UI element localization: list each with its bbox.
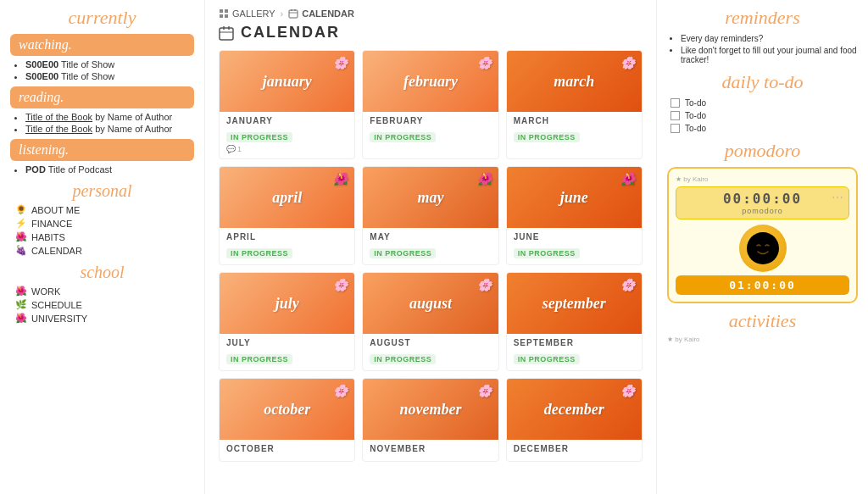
breadcrumb-separator: › bbox=[281, 8, 284, 19]
calendar-breadcrumb[interactable]: CALENDAR bbox=[288, 8, 354, 19]
status-badge: IN PROGRESS bbox=[514, 248, 580, 258]
personal-title: personal bbox=[10, 181, 194, 201]
flower-emoji: 🌺 bbox=[333, 172, 348, 186]
calendar-grid: 🌸 january JANUARY IN PROGRESS 💬1 🌸 febru… bbox=[205, 50, 656, 475]
todo-checkbox[interactable] bbox=[670, 111, 680, 120]
calendar-card-oct[interactable]: 🌸 october OCTOBER bbox=[219, 378, 355, 462]
list-item: S00E00 Title of Show bbox=[25, 59, 194, 69]
list-item[interactable]: 🌺HABITS bbox=[15, 231, 194, 242]
calendar-card-jul[interactable]: 🌸 july JULY IN PROGRESS bbox=[219, 272, 355, 371]
todo-checkbox[interactable] bbox=[670, 98, 680, 108]
month-label: NOVEMBER bbox=[370, 444, 491, 453]
activities-title: activities bbox=[667, 310, 858, 332]
reading-label[interactable]: reading. bbox=[10, 86, 194, 108]
sidebar: currently watching. S00E00 Title of Show… bbox=[0, 0, 205, 494]
flower-emoji: 🌸 bbox=[333, 56, 348, 70]
calendar-card-sep[interactable]: 🌸 september SEPTEMBER IN PROGRESS bbox=[506, 272, 643, 371]
svg-rect-8 bbox=[220, 28, 233, 40]
status-badge: IN PROGRESS bbox=[370, 248, 436, 258]
pomodoro-bottom-time: 01:00:00 bbox=[679, 279, 846, 291]
list-item[interactable]: ⚡FINANCE bbox=[15, 218, 194, 229]
pomodoro-bottom: 01:00:00 bbox=[676, 275, 849, 295]
right-panel: reminders Every day reminders? Like don'… bbox=[656, 0, 868, 494]
timer-label: pomodoro bbox=[683, 207, 842, 215]
school-title: school bbox=[10, 263, 194, 282]
listening-label[interactable]: listening. bbox=[10, 139, 194, 161]
flower-emoji: 🌸 bbox=[333, 384, 348, 398]
timer-dots: ⋯ bbox=[832, 191, 843, 204]
page-header: CALENDAR bbox=[205, 22, 656, 50]
status-badge: IN PROGRESS bbox=[370, 354, 436, 364]
school-links: 🌺WORK 🌿SCHEDULE 🌺UNIVERSITY bbox=[10, 286, 194, 324]
flower3-icon: 🌺 bbox=[15, 313, 27, 324]
svg-rect-2 bbox=[220, 14, 223, 18]
svg-rect-1 bbox=[225, 9, 228, 13]
gallery-breadcrumb[interactable]: GALLERY bbox=[219, 8, 275, 19]
flower2-icon: 🌺 bbox=[15, 286, 27, 297]
watching-list: S00E00 Title of Show S00E00 Title of Sho… bbox=[10, 59, 194, 81]
month-label: JANUARY bbox=[226, 116, 348, 125]
reminder-item: Like don't forget to fill out your journ… bbox=[681, 46, 858, 64]
personal-links: 🌻ABOUT ME ⚡FINANCE 🌺HABITS 🍇CALENDAR bbox=[10, 204, 194, 256]
page-title: CALENDAR bbox=[241, 24, 340, 42]
flower-emoji: 🌺 bbox=[620, 172, 635, 186]
month-label: APRIL bbox=[226, 232, 348, 241]
list-item: S00E00 Title of Show bbox=[25, 71, 194, 81]
pomodoro-face bbox=[739, 225, 787, 272]
list-item[interactable]: 🌿SCHEDULE bbox=[15, 299, 194, 310]
list-item[interactable]: 🌺UNIVERSITY bbox=[15, 313, 194, 324]
flower-emoji: 🌺 bbox=[477, 172, 492, 186]
flower-emoji: 🌸 bbox=[477, 384, 492, 398]
book-link[interactable]: Title of the Book bbox=[25, 112, 92, 122]
svg-rect-0 bbox=[220, 9, 223, 13]
calendar-card-mar[interactable]: 🌸 march MARCH IN PROGRESS bbox=[506, 50, 643, 159]
list-item[interactable]: 🌻ABOUT ME bbox=[15, 204, 194, 215]
list-item: POD Title of Podcast bbox=[25, 164, 194, 175]
todo-item: To-do bbox=[670, 124, 858, 133]
book-link[interactable]: Title of the Book bbox=[25, 124, 92, 134]
leaf-icon: 🌿 bbox=[15, 299, 27, 310]
list-item[interactable]: 🍇CALENDAR bbox=[15, 245, 194, 256]
comment-indicator: 💬1 bbox=[226, 145, 348, 153]
flower-emoji: 🌸 bbox=[620, 56, 635, 70]
todo-item: To-do bbox=[670, 98, 858, 108]
calendar-icon bbox=[288, 8, 298, 19]
calendar-card-dec[interactable]: 🌸 december DECEMBER bbox=[506, 378, 643, 462]
calendar-card-nov[interactable]: 🌸 november NOVEMBER bbox=[362, 378, 498, 462]
list-item[interactable]: 🌺WORK bbox=[15, 286, 194, 297]
status-badge: IN PROGRESS bbox=[514, 132, 580, 142]
calendar-card-jun[interactable]: 🌺 june JUNE IN PROGRESS bbox=[506, 166, 643, 265]
calendar-card-aug[interactable]: 🌸 august AUGUST IN PROGRESS bbox=[362, 272, 498, 371]
flower-emoji: 🌸 bbox=[477, 278, 492, 292]
svg-point-12 bbox=[747, 232, 779, 264]
calendar-card-feb[interactable]: 🌸 february FEBRUARY IN PROGRESS bbox=[362, 50, 498, 159]
list-item: Title of the Book by Name of Author bbox=[25, 124, 194, 134]
todo-list: To-do To-do To-do bbox=[667, 98, 858, 133]
grape-icon: 🍇 bbox=[15, 245, 27, 256]
watching-label[interactable]: watching. bbox=[10, 34, 194, 56]
calendar-card-jan[interactable]: 🌸 january JANUARY IN PROGRESS 💬1 bbox=[219, 50, 355, 159]
pomodoro-widget: ★ by Kairo ⋯ 00:00:00 pomodoro 01:00:00 bbox=[667, 167, 858, 303]
status-badge: IN PROGRESS bbox=[370, 132, 436, 142]
svg-rect-4 bbox=[289, 10, 298, 18]
flower-emoji: 🌸 bbox=[477, 56, 492, 70]
month-label: JUNE bbox=[514, 232, 635, 241]
calendar-card-apr[interactable]: 🌺 april APRIL IN PROGRESS bbox=[219, 166, 355, 265]
lightning-icon: ⚡ bbox=[15, 218, 27, 229]
flower-icon: 🌺 bbox=[15, 231, 27, 242]
calendar-header-icon bbox=[219, 25, 234, 41]
reminders-list: Every day reminders? Like don't forget t… bbox=[667, 34, 858, 64]
month-label: DECEMBER bbox=[514, 444, 635, 453]
list-item: Title of the Book by Name of Author bbox=[25, 112, 194, 122]
month-label: MARCH bbox=[514, 116, 635, 125]
todo-checkbox[interactable] bbox=[670, 124, 680, 133]
todo-item: To-do bbox=[670, 111, 858, 120]
gallery-icon bbox=[219, 8, 229, 19]
month-label: MAY bbox=[370, 232, 491, 241]
month-label: JULY bbox=[226, 338, 348, 347]
currently-title: currently bbox=[10, 7, 194, 29]
calendar-card-may[interactable]: 🌺 may MAY IN PROGRESS bbox=[362, 166, 498, 265]
reminder-item: Every day reminders? bbox=[681, 34, 858, 43]
activities-by: ★ by Kairo bbox=[667, 336, 858, 343]
todo-title: daily to-do bbox=[667, 71, 858, 93]
